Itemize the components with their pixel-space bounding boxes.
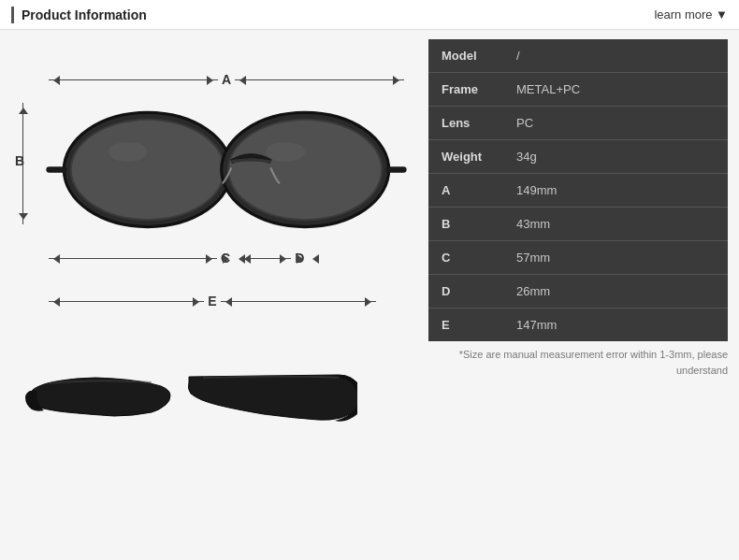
title-text: Product Information bbox=[22, 7, 147, 22]
spec-value: / bbox=[503, 39, 728, 73]
spec-label: B bbox=[428, 208, 503, 241]
spec-value: 57mm bbox=[503, 241, 728, 275]
spec-label: Model bbox=[428, 39, 503, 73]
dimension-a-arrow: A bbox=[49, 72, 404, 87]
spec-value: PC bbox=[503, 107, 728, 140]
table-row: C 57mm bbox=[428, 241, 728, 275]
svg-point-7 bbox=[266, 142, 305, 162]
dimension-b-label: B bbox=[15, 153, 24, 168]
arrow-e-line-right bbox=[221, 301, 376, 302]
specs-table-container: Model / Frame METAL+PC Lens PC Weight 34… bbox=[428, 39, 728, 551]
spec-value: 34g bbox=[503, 140, 728, 174]
top-diagram: A B bbox=[11, 39, 413, 282]
arrow-a-line-right bbox=[235, 79, 404, 80]
dimension-cd-arrows: C D bbox=[49, 251, 404, 266]
table-row: A 149mm bbox=[428, 174, 728, 208]
spec-label: C bbox=[428, 241, 503, 275]
svg-point-6 bbox=[109, 142, 148, 162]
spec-label: Frame bbox=[428, 73, 503, 107]
spec-value: 26mm bbox=[503, 275, 728, 309]
table-row: B 43mm bbox=[428, 208, 728, 241]
table-row: E 147mm bbox=[428, 309, 728, 342]
glasses-side-view bbox=[11, 325, 413, 475]
arrow-a-line bbox=[49, 79, 218, 80]
spec-value: 147mm bbox=[503, 309, 728, 342]
svg-point-5 bbox=[229, 121, 381, 219]
svg-point-2 bbox=[72, 121, 224, 219]
dimension-e-arrow: E bbox=[11, 294, 413, 309]
dimension-e-label: E bbox=[208, 294, 216, 309]
learn-more-link[interactable]: learn more ▼ bbox=[654, 7, 728, 22]
glasses-side-svg bbox=[21, 339, 357, 461]
table-row: D 26mm bbox=[428, 275, 728, 309]
spec-label: D bbox=[428, 275, 503, 309]
specs-table: Model / Frame METAL+PC Lens PC Weight 34… bbox=[428, 39, 728, 341]
table-row: Frame METAL+PC bbox=[428, 73, 728, 107]
arrow-d-line bbox=[239, 258, 291, 259]
spec-label: E bbox=[428, 309, 503, 342]
main-content: A B bbox=[0, 30, 739, 560]
glasses-front-view bbox=[39, 88, 413, 251]
table-row: Model / bbox=[428, 39, 728, 73]
spec-value: 43mm bbox=[503, 208, 728, 241]
disclaimer-text: *Size are manual measurement error withi… bbox=[428, 347, 728, 378]
spec-label: Weight bbox=[428, 140, 503, 174]
arrow-e-line-left bbox=[49, 301, 204, 302]
glasses-front-svg bbox=[39, 88, 413, 251]
dimension-a-label: A bbox=[222, 72, 231, 87]
spec-label: Lens bbox=[428, 107, 503, 140]
spec-value: METAL+PC bbox=[503, 73, 728, 107]
page-header: Product Information learn more ▼ bbox=[0, 0, 739, 30]
page-title: Product Information bbox=[11, 7, 147, 23]
table-row: Lens PC bbox=[428, 107, 728, 140]
arrow-c-line bbox=[49, 258, 217, 259]
table-row: Weight 34g bbox=[428, 140, 728, 174]
spec-value: 149mm bbox=[503, 174, 728, 208]
diagram-panel: A B bbox=[11, 39, 413, 551]
spec-label: A bbox=[428, 174, 503, 208]
